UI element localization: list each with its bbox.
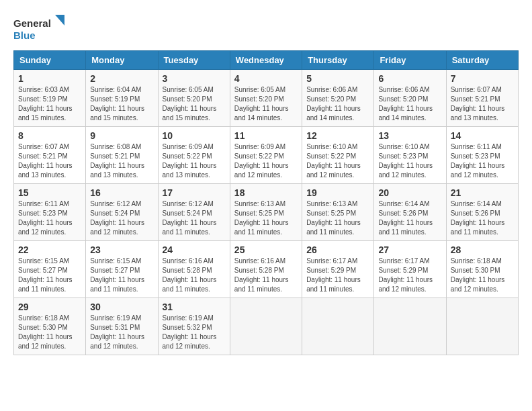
page-header: General Blue: [13, 13, 519, 44]
day-number: 9: [90, 130, 153, 141]
calendar-week-row: 1Sunrise: 6:03 AM Sunset: 5:19 PM Daylig…: [14, 70, 519, 127]
day-number: 23: [90, 244, 153, 255]
day-info: Sunrise: 6:16 AM Sunset: 5:28 PM Dayligh…: [163, 257, 226, 294]
calendar-cell: 6Sunrise: 6:06 AM Sunset: 5:20 PM Daylig…: [374, 70, 446, 127]
calendar-cell: 24Sunrise: 6:16 AM Sunset: 5:28 PM Dayli…: [158, 241, 230, 298]
calendar-cell: 27Sunrise: 6:17 AM Sunset: 5:29 PM Dayli…: [374, 241, 446, 298]
calendar-week-row: 29Sunrise: 6:18 AM Sunset: 5:30 PM Dayli…: [14, 298, 519, 355]
day-info: Sunrise: 6:17 AM Sunset: 5:29 PM Dayligh…: [306, 257, 369, 294]
logo-svg: General Blue: [13, 13, 67, 44]
day-info: Sunrise: 6:09 AM Sunset: 5:22 PM Dayligh…: [163, 142, 226, 180]
calendar-cell: 9Sunrise: 6:08 AM Sunset: 5:21 PM Daylig…: [86, 127, 158, 184]
day-info: Sunrise: 6:15 AM Sunset: 5:27 PM Dayligh…: [90, 257, 153, 294]
day-info: Sunrise: 6:19 AM Sunset: 5:31 PM Dayligh…: [90, 314, 153, 351]
calendar-cell: 17Sunrise: 6:12 AM Sunset: 5:24 PM Dayli…: [158, 184, 230, 241]
day-info: Sunrise: 6:05 AM Sunset: 5:20 PM Dayligh…: [163, 85, 226, 123]
calendar-cell: [230, 298, 302, 355]
calendar-week-row: 15Sunrise: 6:11 AM Sunset: 5:23 PM Dayli…: [14, 184, 519, 241]
day-number: 29: [18, 302, 81, 312]
svg-text:Blue: Blue: [13, 30, 36, 41]
calendar-cell: 21Sunrise: 6:14 AM Sunset: 5:26 PM Dayli…: [446, 184, 518, 241]
day-number: 28: [451, 244, 514, 255]
calendar-cell: [374, 298, 446, 355]
calendar-cell: 1Sunrise: 6:03 AM Sunset: 5:19 PM Daylig…: [14, 70, 86, 127]
day-number: 18: [234, 187, 298, 198]
day-info: Sunrise: 6:05 AM Sunset: 5:20 PM Dayligh…: [234, 85, 298, 123]
day-number: 16: [90, 187, 153, 198]
calendar-cell: 20Sunrise: 6:14 AM Sunset: 5:26 PM Dayli…: [374, 184, 446, 241]
day-number: 21: [451, 187, 514, 198]
calendar-cell: 18Sunrise: 6:13 AM Sunset: 5:25 PM Dayli…: [230, 184, 302, 241]
column-header-friday: Friday: [374, 51, 446, 70]
day-info: Sunrise: 6:04 AM Sunset: 5:19 PM Dayligh…: [90, 85, 153, 123]
calendar-week-row: 8Sunrise: 6:07 AM Sunset: 5:21 PM Daylig…: [14, 127, 519, 184]
column-header-saturday: Saturday: [446, 51, 518, 70]
day-number: 17: [163, 187, 226, 198]
calendar-cell: 16Sunrise: 6:12 AM Sunset: 5:24 PM Dayli…: [86, 184, 158, 241]
day-number: 26: [306, 244, 369, 255]
calendar-cell: 25Sunrise: 6:16 AM Sunset: 5:28 PM Dayli…: [230, 241, 302, 298]
calendar-cell: 15Sunrise: 6:11 AM Sunset: 5:23 PM Dayli…: [14, 184, 86, 241]
day-number: 5: [306, 73, 369, 84]
day-number: 22: [18, 244, 81, 255]
column-header-thursday: Thursday: [302, 51, 374, 70]
day-number: 25: [234, 244, 298, 255]
svg-marker-2: [55, 15, 64, 26]
logo: General Blue: [13, 13, 67, 44]
day-info: Sunrise: 6:11 AM Sunset: 5:23 PM Dayligh…: [451, 142, 514, 180]
day-number: 20: [378, 187, 441, 198]
day-info: Sunrise: 6:11 AM Sunset: 5:23 PM Dayligh…: [18, 199, 81, 237]
day-info: Sunrise: 6:13 AM Sunset: 5:25 PM Dayligh…: [234, 199, 298, 237]
day-number: 11: [234, 130, 298, 141]
calendar-cell: 3Sunrise: 6:05 AM Sunset: 5:20 PM Daylig…: [158, 70, 230, 127]
column-header-tuesday: Tuesday: [158, 51, 230, 70]
calendar-cell: 10Sunrise: 6:09 AM Sunset: 5:22 PM Dayli…: [158, 127, 230, 184]
calendar-cell: 26Sunrise: 6:17 AM Sunset: 5:29 PM Dayli…: [302, 241, 374, 298]
day-info: Sunrise: 6:19 AM Sunset: 5:32 PM Dayligh…: [163, 314, 226, 351]
day-info: Sunrise: 6:15 AM Sunset: 5:27 PM Dayligh…: [18, 257, 81, 294]
day-info: Sunrise: 6:18 AM Sunset: 5:30 PM Dayligh…: [451, 257, 514, 294]
day-number: 15: [18, 187, 81, 198]
day-info: Sunrise: 6:03 AM Sunset: 5:19 PM Dayligh…: [18, 85, 81, 123]
day-info: Sunrise: 6:16 AM Sunset: 5:28 PM Dayligh…: [234, 257, 298, 294]
calendar-cell: 28Sunrise: 6:18 AM Sunset: 5:30 PM Dayli…: [446, 241, 518, 298]
calendar-cell: 5Sunrise: 6:06 AM Sunset: 5:20 PM Daylig…: [302, 70, 374, 127]
column-header-monday: Monday: [86, 51, 158, 70]
calendar-cell: 4Sunrise: 6:05 AM Sunset: 5:20 PM Daylig…: [230, 70, 302, 127]
day-info: Sunrise: 6:12 AM Sunset: 5:24 PM Dayligh…: [163, 199, 226, 237]
column-header-sunday: Sunday: [14, 51, 86, 70]
day-number: 19: [306, 187, 369, 198]
day-info: Sunrise: 6:10 AM Sunset: 5:22 PM Dayligh…: [306, 142, 369, 180]
calendar-cell: 19Sunrise: 6:13 AM Sunset: 5:25 PM Dayli…: [302, 184, 374, 241]
day-number: 7: [451, 73, 514, 84]
day-info: Sunrise: 6:07 AM Sunset: 5:21 PM Dayligh…: [18, 142, 81, 180]
day-info: Sunrise: 6:17 AM Sunset: 5:29 PM Dayligh…: [378, 257, 441, 294]
day-info: Sunrise: 6:08 AM Sunset: 5:21 PM Dayligh…: [90, 142, 153, 180]
calendar-cell: 22Sunrise: 6:15 AM Sunset: 5:27 PM Dayli…: [14, 241, 86, 298]
calendar-cell: 14Sunrise: 6:11 AM Sunset: 5:23 PM Dayli…: [446, 127, 518, 184]
day-info: Sunrise: 6:18 AM Sunset: 5:30 PM Dayligh…: [18, 314, 81, 351]
column-header-wednesday: Wednesday: [230, 51, 302, 70]
day-number: 13: [378, 130, 441, 141]
calendar-cell: 8Sunrise: 6:07 AM Sunset: 5:21 PM Daylig…: [14, 127, 86, 184]
calendar-cell: [446, 298, 518, 355]
svg-text:General: General: [13, 17, 51, 29]
calendar-week-row: 22Sunrise: 6:15 AM Sunset: 5:27 PM Dayli…: [14, 241, 519, 298]
calendar-cell: 29Sunrise: 6:18 AM Sunset: 5:30 PM Dayli…: [14, 298, 86, 355]
day-number: 1: [18, 73, 81, 84]
day-number: 3: [163, 73, 226, 84]
day-number: 6: [378, 73, 441, 84]
calendar-cell: 11Sunrise: 6:09 AM Sunset: 5:22 PM Dayli…: [230, 127, 302, 184]
day-number: 27: [378, 244, 441, 255]
day-info: Sunrise: 6:14 AM Sunset: 5:26 PM Dayligh…: [378, 199, 441, 237]
day-number: 30: [90, 302, 153, 312]
day-number: 14: [451, 130, 514, 141]
calendar-cell: 12Sunrise: 6:10 AM Sunset: 5:22 PM Dayli…: [302, 127, 374, 184]
day-info: Sunrise: 6:09 AM Sunset: 5:22 PM Dayligh…: [234, 142, 298, 180]
calendar-cell: 30Sunrise: 6:19 AM Sunset: 5:31 PM Dayli…: [86, 298, 158, 355]
calendar-cell: 13Sunrise: 6:10 AM Sunset: 5:23 PM Dayli…: [374, 127, 446, 184]
day-number: 8: [18, 130, 81, 141]
day-number: 4: [234, 73, 298, 84]
day-info: Sunrise: 6:14 AM Sunset: 5:26 PM Dayligh…: [451, 199, 514, 237]
day-info: Sunrise: 6:10 AM Sunset: 5:23 PM Dayligh…: [378, 142, 441, 180]
